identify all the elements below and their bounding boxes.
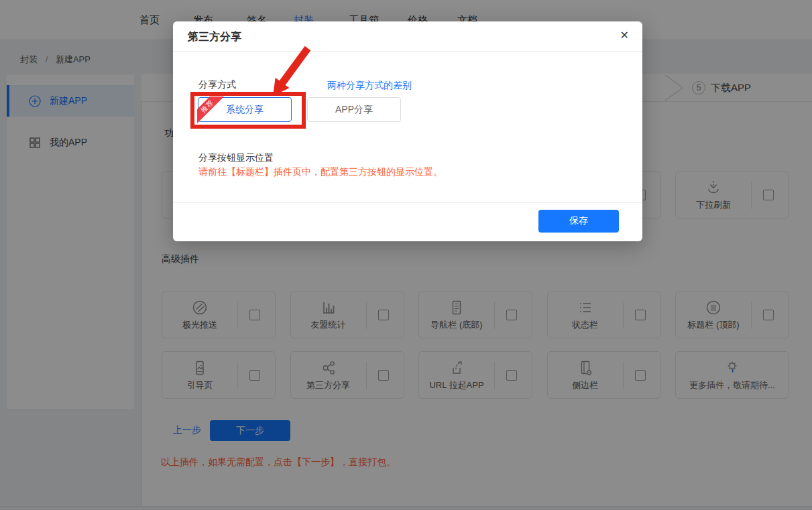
system-share-option[interactable]: 系统分享 推荐 bbox=[198, 97, 292, 122]
app-share-option[interactable]: APP分享 bbox=[307, 97, 401, 122]
share-mode-label: 分享方式 bbox=[198, 79, 236, 91]
modal-footer-divider bbox=[173, 202, 642, 203]
modal-title: 第三方分享 bbox=[188, 30, 241, 44]
page: 首页 发布 签名 封装 工具箱 价格 文档 封装 / 新建APP 新建APP 我… bbox=[0, 0, 812, 510]
modal-header: 第三方分享 ✕ bbox=[173, 21, 642, 52]
recommend-ribbon-label: 推荐 bbox=[197, 97, 227, 126]
close-icon[interactable]: ✕ bbox=[620, 30, 629, 41]
system-share-label: 系统分享 bbox=[226, 104, 264, 115]
third-party-share-modal: 第三方分享 ✕ 分享方式 两种分享方式的差别 系统分享 推荐 APP分享 分享按… bbox=[173, 21, 642, 241]
share-mode-diff-link[interactable]: 两种分享方式的差别 bbox=[327, 80, 402, 92]
recommend-ribbon: 推荐 bbox=[197, 97, 227, 126]
share-button-position-label: 分享按钮显示位置 bbox=[198, 152, 274, 164]
share-button-position-hint: 请前往【标题栏】插件页中，配置第三方按钮的显示位置。 bbox=[198, 166, 443, 178]
save-button[interactable]: 保存 bbox=[538, 210, 619, 233]
app-share-label: APP分享 bbox=[335, 104, 373, 115]
